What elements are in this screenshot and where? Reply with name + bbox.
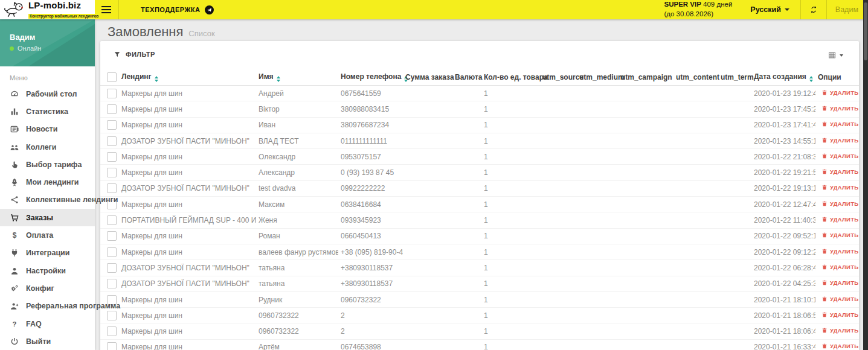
delete-button[interactable]: УДАЛИТЬ	[821, 121, 858, 127]
cell-date: 2020-01-22 09:52:15	[751, 228, 815, 244]
row-checkbox[interactable]	[107, 183, 117, 193]
cell-utm_term	[718, 212, 751, 228]
row-checkbox[interactable]	[107, 311, 117, 320]
row-checkbox[interactable]	[107, 168, 117, 177]
sidebar-item-новости[interactable]: Новости	[0, 121, 95, 138]
delete-button[interactable]: УДАЛИТЬ	[821, 184, 858, 191]
sidebar-item-label: Коллеги	[26, 143, 57, 151]
table-row: Маркеры для шинАлександр0 (93) 193 87 45…	[100, 165, 859, 180]
sidebar-item-рабочий-стол[interactable]: Рабочий стол	[0, 85, 95, 103]
support-link[interactable]: ТЕХПОДДЕРЖКА	[141, 5, 214, 14]
sidebar-item-статистика[interactable]: Статистика	[0, 103, 95, 120]
cell-utm_content	[674, 308, 718, 323]
cell-options: УДАЛИТЬ	[815, 197, 859, 212]
column-header-phone[interactable]: Номер телефона	[338, 69, 403, 86]
delete-button[interactable]: УДАЛИТЬ	[821, 89, 858, 96]
row-checkbox[interactable]	[107, 120, 117, 130]
column-header-date[interactable]: Дата создания	[751, 69, 815, 86]
cell-cb	[100, 133, 119, 148]
sidebar-item-faq[interactable]: ?FAQ	[0, 315, 95, 332]
sidebar-item-конфиг[interactable]: Конфиг	[0, 279, 95, 297]
delete-button[interactable]: УДАЛИТЬ	[821, 232, 858, 238]
select-all-checkbox[interactable]	[107, 72, 117, 82]
filter-button[interactable]: ФИЛЬТР	[114, 51, 155, 58]
column-header-name[interactable]: Имя	[256, 69, 338, 86]
delete-button[interactable]: УДАЛИТЬ	[821, 153, 858, 159]
cell-sum	[403, 165, 452, 180]
hamburger-menu-icon[interactable]	[101, 4, 111, 15]
delete-button[interactable]: УДАЛИТЬ	[821, 248, 858, 255]
delete-button[interactable]: УДАЛИТЬ	[821, 279, 858, 286]
cell-landing: ДОЗАТОР ЗУБНОЇ ПАСТИ "МИНЬОН"	[119, 180, 256, 196]
row-checkbox[interactable]	[107, 342, 117, 350]
sidebar-item-коллективные-лендинги[interactable]: Коллективные лендинги	[0, 191, 95, 209]
cell-date: 2020-01-22 12:47:43	[751, 197, 815, 212]
cell-utm_campaign	[619, 180, 674, 196]
row-checkbox[interactable]	[107, 247, 117, 257]
language-selector[interactable]: Русский	[750, 5, 789, 14]
cell-date: 2020-01-21 18:06:48	[751, 323, 815, 339]
delete-button[interactable]: УДАЛИТЬ	[821, 296, 858, 302]
delete-button[interactable]: УДАЛИТЬ	[821, 264, 858, 270]
sidebar-item-оплата[interactable]: $Оплата	[0, 226, 95, 244]
sidebar-item-интеграции[interactable]: Интеграции	[0, 244, 95, 262]
row-checkbox[interactable]	[107, 152, 117, 162]
cell-currency	[452, 86, 481, 101]
cell-qty: 1	[481, 180, 540, 196]
cell-cb	[100, 244, 119, 259]
cell-landing: Маркеры для шин	[119, 149, 256, 165]
cell-utm_source	[540, 117, 577, 133]
cell-utm_source	[540, 244, 577, 259]
row-checkbox[interactable]	[107, 279, 117, 288]
delete-button[interactable]: УДАЛИТЬ	[821, 137, 858, 144]
cell-utm_medium	[577, 291, 619, 307]
cell-cb	[100, 101, 119, 117]
page-scrollbar[interactable]	[863, 0, 868, 350]
scrollbar-thumb[interactable]	[864, 2, 867, 60]
sidebar-item-мои-лендинги[interactable]: Мои лендинги	[0, 173, 95, 191]
delete-button[interactable]: УДАЛИТЬ	[821, 343, 858, 349]
row-checkbox[interactable]	[107, 89, 117, 98]
cell-name: Александр	[256, 165, 338, 180]
delete-label: УДАЛИТЬ	[830, 296, 858, 302]
cell-utm_medium	[577, 117, 619, 133]
sidebar-item-настройки[interactable]: Настройки	[0, 262, 95, 279]
row-checkbox[interactable]	[107, 326, 117, 336]
app-logo[interactable]: LP-mobi.biz Конструктор мобильных лендин…	[0, 0, 95, 19]
delete-button[interactable]: УДАЛИТЬ	[821, 311, 858, 318]
row-checkbox[interactable]	[107, 231, 117, 241]
cell-phone: +38 (095) 819-90-49	[338, 244, 403, 259]
sidebar-item-выбор-тарифа[interactable]: Выбор тарифа	[0, 156, 95, 173]
column-header-landing[interactable]: Лендинг	[119, 69, 256, 86]
row-checkbox[interactable]	[107, 263, 117, 273]
sidebar-item-коллеги[interactable]: Коллеги	[0, 138, 95, 156]
sort-icon[interactable]	[155, 76, 158, 82]
refresh-button[interactable]	[801, 0, 826, 19]
cell-currency	[452, 276, 481, 291]
plan-until: (до 30.08.2026)	[664, 10, 732, 19]
cell-qty: 1	[481, 260, 540, 276]
rocket-icon	[10, 177, 19, 187]
delete-button[interactable]: УДАЛИТЬ	[821, 216, 858, 223]
delete-button[interactable]: УДАЛИТЬ	[821, 327, 858, 334]
topbar-username[interactable]: Вадим	[827, 5, 868, 14]
delete-button[interactable]: УДАЛИТЬ	[821, 200, 858, 207]
column-label: Номер телефона	[341, 72, 401, 81]
cell-utm_medium	[577, 180, 619, 196]
column-visibility-button[interactable]	[828, 51, 843, 60]
sort-icon[interactable]	[809, 76, 813, 82]
sidebar-item-выйти[interactable]: Выйти	[0, 332, 95, 350]
dollar-icon: $	[10, 231, 19, 240]
delete-button[interactable]: УДАЛИТЬ	[821, 105, 858, 112]
sidebar-item-реферальная-программа[interactable]: Реферальная программа	[0, 298, 95, 315]
cell-utm_campaign	[619, 197, 674, 212]
row-checkbox[interactable]	[107, 104, 117, 114]
cell-qty: 1	[481, 117, 540, 133]
cell-currency	[452, 244, 481, 259]
cell-sum	[403, 291, 452, 307]
sidebar-item-заказы[interactable]: Заказы	[0, 209, 95, 226]
delete-button[interactable]: УДАЛИТЬ	[821, 168, 858, 175]
row-checkbox[interactable]	[107, 136, 117, 146]
row-checkbox[interactable]	[107, 215, 117, 225]
sort-icon[interactable]	[277, 76, 280, 82]
